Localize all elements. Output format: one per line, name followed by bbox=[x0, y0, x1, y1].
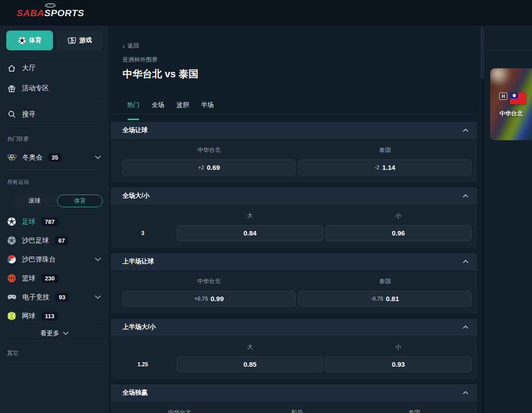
market-ht-handicap: 上半场让球 中华台北 泰国 +0.75 0.99 -0.75 bbox=[111, 253, 477, 314]
sidebar-item-esports[interactable]: 电子竞技 93 bbox=[0, 288, 109, 306]
brand-logo-saba: SABA bbox=[17, 8, 44, 18]
odds-button-under[interactable]: 0.93 bbox=[325, 356, 472, 372]
tab-hot[interactable]: 热门 bbox=[127, 101, 140, 114]
back-chevron-icon: ‹ bbox=[123, 43, 125, 49]
odds-button-over[interactable]: 0.85 bbox=[177, 356, 323, 372]
chevron-up-icon[interactable] bbox=[463, 260, 468, 263]
divider bbox=[484, 49, 532, 50]
sidebar-item-winter-olympics[interactable]: 冬奥会 35 bbox=[0, 145, 109, 170]
handicap-line: +0.75 bbox=[194, 296, 208, 302]
back-label: 返回 bbox=[128, 42, 139, 50]
handicap-line: +2 bbox=[198, 164, 204, 171]
odds-value: 0.96 bbox=[392, 229, 405, 237]
odds-value: 0.69 bbox=[207, 164, 220, 171]
count-badge: 67 bbox=[55, 236, 68, 245]
sport-label: 篮球 bbox=[22, 274, 35, 283]
chevron-up-icon[interactable] bbox=[463, 129, 468, 132]
chevron-up-icon[interactable] bbox=[463, 391, 468, 395]
goal-line: 3 bbox=[111, 225, 175, 241]
column-header-home: 中华台北 bbox=[123, 409, 237, 413]
stadium-photo bbox=[490, 68, 532, 140]
odds-value: 0.99 bbox=[211, 295, 224, 302]
chevron-down-icon[interactable] bbox=[95, 295, 101, 299]
sports-nav-button[interactable]: 体育 bbox=[6, 31, 53, 50]
sidebar-item-basketball[interactable]: 篮球 230 bbox=[0, 269, 109, 288]
chevron-up-icon[interactable] bbox=[463, 194, 468, 198]
sport-label: 电子竞技 bbox=[22, 293, 49, 302]
sidebar-item-saba-soccer[interactable]: 沙巴足球 67 bbox=[0, 231, 109, 250]
market-ht-over-under: 上半场大/小 大 小 1.25 0.85 0.93 bbox=[111, 319, 477, 379]
sport-label: 沙巴弹珠台 bbox=[22, 255, 56, 264]
column-header-draw: 和局 bbox=[240, 409, 354, 413]
toggle-sports[interactable]: 体育 bbox=[57, 195, 103, 207]
toggle-live[interactable]: 滚球 bbox=[12, 195, 57, 207]
column-header-under: 小 bbox=[325, 343, 472, 351]
tab-fulltime[interactable]: 全场 bbox=[152, 101, 164, 114]
market-header[interactable]: 上半场大/小 bbox=[111, 319, 477, 336]
all-sports-label: 所有运动 bbox=[7, 178, 102, 186]
search-label: 搜寻 bbox=[22, 110, 35, 119]
tab-correct-score[interactable]: 波胆 bbox=[176, 101, 189, 114]
market-ft-handicap: 全场让球 中华台北 泰国 +2 0.69 -2 1.14 bbox=[111, 122, 477, 182]
odds-button-away[interactable]: -0.75 0.81 bbox=[299, 291, 471, 306]
column-header-home: 中华台北 bbox=[123, 146, 295, 154]
sidebar-item-promotions[interactable]: 活动专区 bbox=[0, 78, 109, 98]
market-ft-over-under: 全场大/小 大 小 3 0.84 0.96 bbox=[111, 187, 477, 248]
games-nav-button[interactable]: 游戏 bbox=[56, 31, 103, 50]
back-button[interactable]: ‹ 返回 bbox=[123, 42, 139, 50]
count-badge: 35 bbox=[48, 153, 62, 162]
market-title: 全场让球 bbox=[123, 126, 148, 134]
chevron-up-icon[interactable] bbox=[463, 325, 468, 329]
soccer-icon bbox=[7, 217, 16, 226]
column-header-over: 大 bbox=[177, 212, 323, 220]
scrollbar-thumb[interactable] bbox=[481, 27, 484, 79]
sport-label: 足球 bbox=[22, 218, 35, 226]
brand-logo-sports: SPORTS bbox=[44, 8, 84, 18]
divider bbox=[6, 170, 103, 170]
market-body: 大 小 1.25 0.85 0.93 bbox=[111, 336, 477, 379]
chevron-down-icon bbox=[63, 332, 69, 335]
market-header[interactable]: 上半场让球 bbox=[111, 253, 477, 270]
taiwan-flag-icon bbox=[510, 93, 526, 104]
sports-nav-label: 体育 bbox=[29, 36, 42, 44]
divider bbox=[6, 341, 103, 341]
sidebar-item-lobby[interactable]: 大厅 bbox=[0, 58, 109, 78]
olympic-rings-icon bbox=[7, 154, 17, 161]
market-header[interactable]: 全场让球 bbox=[111, 122, 477, 139]
main-content: ‹ 返回 亚洲杯外围赛 中华台北 vs 泰国 热门 全场 波胆 半场 全场让球 … bbox=[109, 26, 481, 413]
odds-button-under[interactable]: 0.96 bbox=[325, 225, 472, 241]
sidebar-search[interactable]: 搜寻 bbox=[0, 102, 109, 127]
column-header-away: 泰国 bbox=[357, 409, 471, 413]
odds-button-away[interactable]: -2 1.14 bbox=[299, 160, 471, 175]
market-header[interactable]: 全场独赢 bbox=[111, 384, 477, 401]
sidebar-item-saba-pinball[interactable]: 沙巴弹珠台 bbox=[0, 250, 109, 269]
vertical-scrollbar[interactable] bbox=[481, 26, 484, 413]
saba-soccer-icon bbox=[7, 236, 16, 245]
sidebar-item-tennis[interactable]: 网球 113 bbox=[0, 306, 109, 325]
sidebar-item-label: 活动专区 bbox=[22, 84, 49, 93]
brand-logo[interactable]: SABA SPORTS bbox=[17, 8, 84, 18]
see-more-label: 看更多 bbox=[40, 329, 59, 338]
home-icon bbox=[7, 64, 16, 73]
odds-button-home[interactable]: +0.75 0.99 bbox=[123, 291, 295, 306]
soccer-ball-icon bbox=[18, 36, 26, 44]
pinball-icon bbox=[7, 255, 16, 264]
home-team-card[interactable]: H 中华台北 bbox=[490, 68, 532, 140]
odds-button-over[interactable]: 0.84 bbox=[177, 225, 323, 241]
column-header-over: 大 bbox=[177, 343, 323, 351]
see-more-button[interactable]: 看更多 bbox=[0, 326, 109, 341]
market-header[interactable]: 全场大/小 bbox=[111, 187, 477, 204]
odds-value: 0.93 bbox=[392, 360, 405, 368]
sidebar-item-soccer[interactable]: 足球 787 bbox=[0, 212, 109, 231]
odds-value: 0.84 bbox=[243, 229, 256, 237]
chevron-down-icon[interactable] bbox=[95, 258, 101, 262]
odds-value: 0.81 bbox=[386, 295, 399, 302]
chevron-down-icon[interactable] bbox=[95, 155, 101, 160]
market-title: 上半场让球 bbox=[123, 258, 154, 266]
tab-halftime[interactable]: 半场 bbox=[201, 101, 214, 114]
match-title: 中华台北 vs 泰国 bbox=[123, 67, 480, 81]
odds-button-home[interactable]: +2 0.69 bbox=[123, 160, 295, 175]
live-prematch-toggle: 滚球 体育 bbox=[12, 195, 103, 207]
market-title: 上半场大/小 bbox=[123, 323, 156, 331]
market-body: 中华台北 泰国 +2 0.69 -2 1.14 bbox=[111, 139, 477, 182]
